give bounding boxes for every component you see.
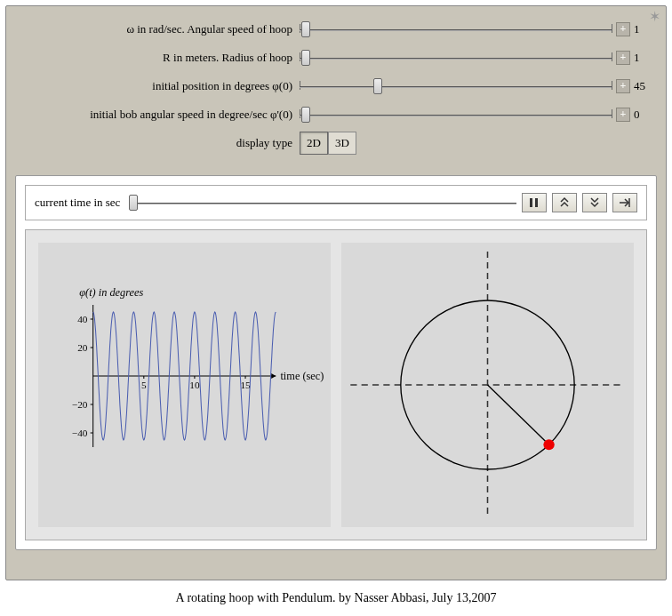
omega-value: 1 <box>630 22 657 36</box>
initspeed-thumb[interactable] <box>301 107 310 123</box>
svg-marker-14 <box>271 373 276 379</box>
caption: A rotating hoop with Pendulum. by Nasser… <box>0 591 672 605</box>
radius-slider[interactable] <box>300 49 612 67</box>
svg-text:5: 5 <box>141 380 147 390</box>
hoop-plot <box>341 243 634 527</box>
initpos-label: initial position in degrees φ(0) <box>15 79 300 93</box>
display-2d-button[interactable]: 2D <box>300 132 328 155</box>
control-omega: ω in rad/sec. Angular speed of hoop + 1 <box>15 19 657 40</box>
control-initspeed: initial bob angular speed in degree/sec … <box>15 104 657 125</box>
plot-area: φ(t) in degrees−40−20204051015time (sec) <box>25 229 647 540</box>
display-3d-button[interactable]: 3D <box>328 132 356 155</box>
chevron-double-down-icon <box>588 196 601 209</box>
arrow-right-icon <box>619 197 631 208</box>
outer-panel: ✶ ω in rad/sec. Angular speed of hoop + … <box>5 5 667 580</box>
initpos-value: 45 <box>630 79 657 93</box>
svg-rect-1 <box>535 198 538 207</box>
initpos-plus-button[interactable]: + <box>616 79 630 93</box>
radius-value: 1 <box>630 51 657 65</box>
svg-point-27 <box>543 439 554 450</box>
control-display-type: display type 2D 3D <box>15 132 657 154</box>
initpos-thumb[interactable] <box>373 78 382 94</box>
controls-panel: ω in rad/sec. Angular speed of hoop + 1 … <box>15 15 657 170</box>
svg-rect-0 <box>530 198 532 207</box>
time-label: current time in sec <box>35 196 120 210</box>
svg-text:−40: −40 <box>72 428 88 438</box>
step-forward-button[interactable] <box>612 193 637 212</box>
omega-thumb[interactable] <box>301 21 310 37</box>
step-down-button[interactable] <box>582 193 607 212</box>
svg-text:φ(t) in degrees: φ(t) in degrees <box>79 286 143 299</box>
chevron-double-up-icon <box>558 196 571 209</box>
display-type-label: display type <box>15 136 300 150</box>
phi-time-plot: φ(t) in degrees−40−20204051015time (sec) <box>38 243 331 527</box>
svg-line-26 <box>488 385 549 444</box>
svg-text:15: 15 <box>240 380 251 390</box>
control-initpos: initial position in degrees φ(0) + 45 <box>15 76 657 97</box>
svg-text:10: 10 <box>189 380 200 390</box>
omega-label: ω in rad/sec. Angular speed of hoop <box>15 22 300 36</box>
initpos-slider[interactable] <box>300 77 612 95</box>
svg-text:20: 20 <box>77 342 88 353</box>
time-slider[interactable] <box>129 194 516 212</box>
pause-icon <box>529 197 540 208</box>
time-bar: current time in sec <box>25 185 647 220</box>
omega-plus-button[interactable]: + <box>616 22 630 36</box>
radius-label: R in meters. Radius of hoop <box>15 51 300 65</box>
initspeed-label: initial bob angular speed in degree/sec … <box>15 108 300 122</box>
initspeed-plus-button[interactable]: + <box>616 108 630 122</box>
initspeed-slider[interactable] <box>300 106 612 124</box>
omega-slider[interactable] <box>300 20 612 38</box>
time-thumb[interactable] <box>129 195 138 211</box>
control-radius: R in meters. Radius of hoop + 1 <box>15 47 657 68</box>
step-up-button[interactable] <box>552 193 577 212</box>
svg-text:40: 40 <box>77 314 88 324</box>
pause-button[interactable] <box>522 193 547 212</box>
radius-plus-button[interactable]: + <box>616 51 630 65</box>
inner-panel: current time in sec φ(t) in degrees−40−2… <box>15 175 657 550</box>
initspeed-value: 0 <box>630 108 657 122</box>
radius-thumb[interactable] <box>301 50 310 66</box>
svg-text:time (sec): time (sec) <box>280 370 324 382</box>
svg-text:−20: −20 <box>72 399 88 410</box>
